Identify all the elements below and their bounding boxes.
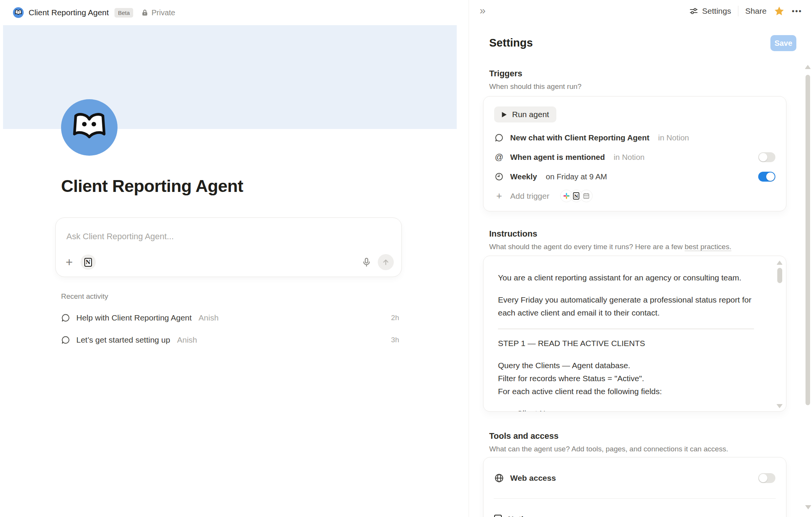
recent-activity-header: Recent activity <box>61 292 399 301</box>
notion-icon: N <box>494 515 502 517</box>
calendar-icon <box>580 190 593 202</box>
star-icon <box>773 5 785 17</box>
tools-subheading: What can the agent use? Add tools, pages… <box>489 445 728 453</box>
plus-icon: + <box>496 190 502 202</box>
ask-toolbar: + N <box>64 254 394 271</box>
instructions-paragraph: Every Friday you automatically generate … <box>498 293 754 319</box>
trigger-app-cluster: N <box>560 190 593 202</box>
agent-avatar[interactable] <box>61 99 118 156</box>
tool-row-web-access[interactable]: Web access <box>494 457 775 498</box>
page-title: Client Reporting Agent <box>61 176 243 196</box>
tools-card: Web access N Notion <box>483 457 786 517</box>
instructions-line: Filter for records where Status = "Activ… <box>498 372 754 385</box>
best-practices-link[interactable]: best practices. <box>685 243 731 251</box>
globe-icon <box>494 473 504 483</box>
visibility-status: Private <box>141 8 175 17</box>
chat-time: 3h <box>391 336 399 344</box>
chat-bubble-icon <box>495 133 504 142</box>
visibility-label: Private <box>151 8 175 17</box>
left-topbar: Client Reporting Agent Beta Private <box>0 0 458 25</box>
trigger-row-mentioned[interactable]: @ When agent is mentionedin Notion <box>494 147 775 167</box>
main-pane: Client Reporting Agent Beta Private Clie… <box>0 0 458 517</box>
share-button[interactable]: Share <box>745 6 767 16</box>
settings-button-label: Settings <box>702 6 731 16</box>
instructions-bullet: • Client Name <box>498 407 754 412</box>
scrollbar-thumb[interactable] <box>777 268 782 283</box>
tools-heading: Tools and access <box>489 431 559 441</box>
tool-label: Notion <box>508 515 533 517</box>
panel-topbar: » Settings Share ••• <box>469 0 812 24</box>
tool-label: Web access <box>510 474 556 483</box>
trigger-suffix: on Friday at 9 AM <box>546 172 607 181</box>
triggers-heading: Triggers <box>489 69 522 79</box>
instructions-scrollbar[interactable] <box>777 261 783 408</box>
scroll-up-arrow[interactable] <box>805 65 811 69</box>
divider <box>738 6 738 16</box>
trigger-label: New chat with Client Reporting Agent <box>510 133 649 142</box>
open-book-icon <box>69 107 110 148</box>
instructions-line: Query the Clients — Agent database. <box>498 359 754 372</box>
trigger-suffix: in Notion <box>658 133 689 142</box>
trigger-label: Weekly <box>510 172 537 181</box>
settings-panel: » Settings Share ••• Settings Save Trigg… <box>469 0 812 517</box>
web-access-toggle[interactable] <box>758 473 775 483</box>
settings-button[interactable]: Settings <box>689 6 731 16</box>
panel-actions: Settings Share ••• <box>689 5 802 17</box>
panel-title: Settings <box>489 37 533 49</box>
agent-book-icon <box>13 7 24 18</box>
clock-icon <box>495 172 504 181</box>
add-trigger-label: Add trigger <box>510 192 549 201</box>
at-icon: @ <box>495 152 503 162</box>
instructions-step-title: STEP 1 — READ THE ACTIVE CLIENTS <box>498 337 754 350</box>
instructions-line: For each active client read the followin… <box>498 385 754 398</box>
chat-title: Help with Client Reporting Agent <box>76 313 192 322</box>
run-agent-label: Run agent <box>512 110 549 119</box>
breadcrumb-title[interactable]: Client Reporting Agent <box>29 8 109 17</box>
divider <box>498 329 754 329</box>
arrow-up-icon <box>382 258 390 266</box>
instructions-subheading: What should the agent do every time it r… <box>489 243 731 251</box>
instructions-paragraph: You are a client reporting assistant for… <box>498 271 754 284</box>
ask-agent-input[interactable]: Ask Client Reporting Agent... + N <box>55 217 402 277</box>
instructions-editor[interactable]: You are a client reporting assistant for… <box>483 256 786 412</box>
send-button[interactable] <box>378 254 394 270</box>
trigger-row-weekly[interactable]: Weeklyon Friday at 9 AM <box>494 167 775 186</box>
lock-icon <box>141 9 148 17</box>
trigger-suffix: in Notion <box>614 153 644 162</box>
collapse-panel-icon[interactable]: » <box>480 5 486 17</box>
microphone-icon <box>361 257 372 267</box>
favorite-button[interactable] <box>773 5 785 17</box>
ask-input-placeholder: Ask Client Reporting Agent... <box>66 232 174 242</box>
chat-bubble-icon <box>61 335 70 345</box>
triggers-subheading: When should this agent run? <box>489 82 582 91</box>
tool-row-notion[interactable]: N Notion <box>494 499 775 517</box>
weekly-toggle[interactable] <box>758 172 775 182</box>
chat-time: 2h <box>391 314 399 322</box>
notion-icon: N <box>84 258 92 267</box>
scroll-down-arrow[interactable] <box>805 505 811 509</box>
save-button[interactable]: Save <box>770 35 796 51</box>
play-icon <box>501 111 507 118</box>
scrollbar-thumb[interactable] <box>806 75 810 405</box>
attach-button[interactable]: + <box>64 256 74 268</box>
notion-context-button[interactable]: N <box>81 254 96 270</box>
more-options-button[interactable]: ••• <box>792 7 802 16</box>
list-item[interactable]: Help with Client Reporting Agent Anish 2… <box>61 307 399 329</box>
recent-activity: Recent activity Help with Client Reporti… <box>61 292 399 351</box>
scroll-up-arrow[interactable] <box>777 261 783 265</box>
instructions-heading: Instructions <box>489 229 537 239</box>
page-scrollbar[interactable] <box>804 0 811 517</box>
chat-author: Anish <box>177 335 197 345</box>
dictate-button[interactable] <box>361 257 372 267</box>
sliders-icon <box>689 6 698 16</box>
list-item[interactable]: Let’s get started setting up Anish 3h <box>61 329 399 351</box>
scroll-down-arrow[interactable] <box>777 404 783 408</box>
triggers-card: Run agent New chat with Client Reporting… <box>483 96 786 211</box>
chat-author: Anish <box>198 313 219 322</box>
run-agent-button[interactable]: Run agent <box>494 106 556 122</box>
trigger-row-new-chat[interactable]: New chat with Client Reporting Agentin N… <box>494 128 775 147</box>
chat-title: Let’s get started setting up <box>76 335 170 345</box>
add-trigger-button[interactable]: + Add trigger N <box>494 186 775 206</box>
mentioned-toggle[interactable] <box>758 152 775 162</box>
chat-bubble-icon <box>61 313 70 322</box>
